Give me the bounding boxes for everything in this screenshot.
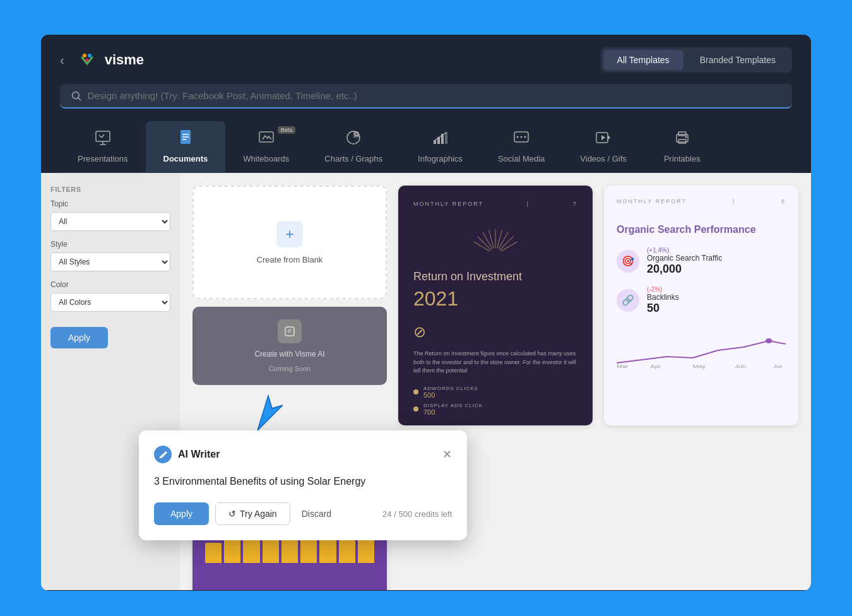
blank-and-ai-column: + Create from Blank Create with Visme AI… [192,186,387,425]
organic-stat2: 🔗 (-2%) Backlinks 50 [617,286,786,315]
tab-infographics[interactable]: Infographics [400,121,480,172]
close-button[interactable]: ✕ [442,449,452,460]
tab-whiteboards-label: Whiteboards [243,154,289,163]
tab-branded-templates[interactable]: Branded Templates [686,50,790,70]
documents-icon [177,129,194,149]
apply-button[interactable]: Apply [154,502,209,525]
svg-point-32 [685,136,687,138]
color-label: Color [50,280,170,289]
svg-text:Apr: Apr [651,363,661,369]
svg-marker-27 [608,135,610,140]
roi-stat-display: DISPLAY ADS CLICK 700 [413,403,577,416]
create-with-ai-card[interactable]: Create with Visme AI Coming Soon [192,307,387,385]
svg-marker-28 [601,135,605,140]
tab-printables[interactable]: Printables [644,121,720,172]
svg-line-41 [497,230,502,248]
filters-title: Filters [50,186,170,193]
tab-social-media-label: Social Media [498,154,545,163]
discard-button[interactable]: Discard [297,503,336,524]
ai-writer-icon [154,446,172,463]
charts-icon [345,129,362,149]
popup-actions: Apply ↺ Try Again Discard 24 / 500 credi… [154,502,452,525]
svg-rect-30 [678,132,686,136]
svg-rect-21 [445,132,447,144]
svg-text:Jul: Jul [773,363,782,369]
organic-search-template-card[interactable]: MONTHLY REPORT | 6 Organic Search Perfor… [604,186,798,425]
svg-point-2 [88,54,92,57]
apply-filters-button[interactable]: Apply [50,327,108,348]
stat1-icon: 🎯 [617,250,639,273]
organic-title: Organic Search Performance [617,223,786,237]
popup-header: AI Writer ✕ [154,446,452,463]
svg-point-45 [766,338,772,343]
sunburst-decoration [413,226,577,260]
svg-line-10 [102,134,104,138]
tab-videos[interactable]: Videos / Gifs [562,121,644,172]
svg-text:Jun: Jun [735,363,746,369]
search-input[interactable] [88,90,781,101]
stat2-details: (-2%) Backlinks 50 [647,286,679,315]
roi-template-card[interactable]: MONTHLY REPORT | 7 [398,186,593,425]
refresh-icon: ↺ [228,509,236,519]
svg-point-1 [83,54,86,57]
whiteboards-icon [257,129,275,149]
create-from-blank-card[interactable]: + Create from Blank [192,186,387,299]
search-icon [71,91,81,101]
roi-year: 2021 [413,287,577,311]
roi-stat-adwords: ADWORDS CLICKS 500 [413,386,577,399]
blank-label: Create from Blank [257,255,323,264]
report-header: MONTHLY REPORT | 7 [413,201,577,207]
topic-label: Topic [50,199,170,208]
stat1-details: (+1.4%) Organic Search Traffic 20,000 [647,247,722,276]
svg-text:Mar: Mar [617,363,628,369]
social-media-icon [512,129,530,149]
stat2-icon: 🔗 [617,289,639,312]
visme-logo-icon [76,49,98,71]
roi-icon: ⊘ [413,323,577,341]
popup-title-area: AI Writer [154,446,220,463]
roi-dot2 [413,406,418,412]
search-bar [60,84,792,109]
tab-videos-label: Videos / Gifs [580,154,626,163]
tab-documents[interactable]: Documents [146,121,226,172]
logo-area: ‹ visme [60,49,144,71]
organic-stat1: 🎯 (+1.4%) Organic Search Traffic 20,000 [617,247,786,276]
tab-charts[interactable]: Charts / Graphs [307,121,400,172]
tab-presentations-label: Presentations [78,154,128,163]
tab-social-media[interactable]: Social Media [480,121,562,172]
back-button[interactable]: ‹ [60,53,64,68]
topic-select[interactable]: All Business Marketing Education [50,212,170,231]
line-chart: Mar Apr May Jun Jul [617,331,786,369]
coming-soon-label: Coming Soon [269,365,311,372]
tab-presentations[interactable]: Presentations [60,121,146,172]
printables-icon [673,129,691,149]
sidebar-filters: Filters Topic All Business Marketing Edu… [50,186,170,348]
nav-tabs: Presentations Documents Beta [60,121,792,173]
tab-printables-label: Printables [664,154,701,163]
ai-writer-content: 3 Environmental Benefits of using Solar … [154,475,452,489]
svg-point-24 [521,136,523,138]
svg-point-3 [85,59,88,62]
svg-line-39 [489,230,494,248]
tab-documents-label: Documents [163,154,208,163]
style-select[interactable]: All Styles Modern Corporate Creative [50,252,170,271]
filter-color: Color All Colors Blue Purple Dark [50,280,170,312]
cursor-pointer [254,393,289,436]
roi-title: Return on Investment [413,270,577,283]
color-select[interactable]: All Colors Blue Purple Dark [50,293,170,312]
popup-title: AI Writer [178,449,220,460]
bar-1 [205,543,222,563]
roi-desc: The Return on Investment figure once cal… [413,350,577,376]
filter-style: Style All Styles Modern Corporate Creati… [50,240,170,271]
svg-rect-33 [285,327,294,336]
bar-8 [339,540,355,563]
svg-line-9 [99,135,102,138]
header-top: ‹ visme All Templates Branded Templates [60,47,792,73]
popup-buttons: Apply ↺ Try Again Discard [154,502,336,525]
ai-label: Create with Visme AI [254,350,324,358]
try-again-button[interactable]: ↺ Try Again [215,502,290,525]
tab-all-templates[interactable]: All Templates [603,50,683,70]
tab-whiteboards[interactable]: Beta Whiteboards [225,121,307,172]
svg-text:May: May [693,363,706,369]
template-tabs: All Templates Branded Templates [601,47,792,73]
